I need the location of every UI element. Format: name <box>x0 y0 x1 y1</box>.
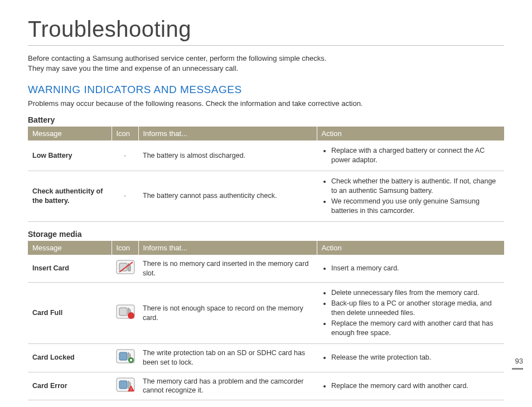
cell-action: Insert a memory card. <box>317 255 504 283</box>
cell-action: Release the write protection tab. <box>317 343 504 372</box>
cell-icon: - <box>112 171 138 222</box>
cell-message: Card Full <box>28 283 112 343</box>
cell-informs: The battery is almost discharged. <box>138 140 317 171</box>
battery-subheading: Battery <box>28 115 504 124</box>
cell-informs: There is not enough space to record on t… <box>138 283 317 343</box>
action-item: Replace with a charged battery or connec… <box>331 146 500 165</box>
col-action: Action <box>317 127 504 140</box>
card-locked-icon <box>116 349 135 366</box>
action-item: Release the write protection tab. <box>331 353 500 362</box>
card-error-icon: ! <box>116 377 135 395</box>
action-item: Replace the memory card with another car… <box>331 319 500 338</box>
page-title: Troubleshooting <box>28 17 504 42</box>
intro-line-1: Before contacting a Samsung authorised s… <box>28 54 326 62</box>
section-heading: WARNING INDICATORS AND MESSAGES <box>28 84 504 96</box>
action-item: Insert a memory card. <box>331 264 500 273</box>
col-informs: Informs that... <box>138 127 317 140</box>
card-full-icon <box>116 304 135 322</box>
svg-text:!: ! <box>130 387 132 392</box>
action-item: Back-up files to a PC or another storage… <box>331 299 500 318</box>
cell-action: Check whether the battery is authentic. … <box>317 171 504 222</box>
cell-message: Check authenticity of the battery. <box>28 171 112 222</box>
storage-table: Message Icon Informs that... Action Inse… <box>28 241 504 401</box>
svg-rect-12 <box>130 359 132 361</box>
cell-icon <box>112 255 138 283</box>
cell-message: Insert Card <box>28 255 112 283</box>
col-informs: Informs that... <box>138 241 317 255</box>
table-header-row: Message Icon Informs that... Action <box>28 127 504 140</box>
cell-icon <box>112 283 138 343</box>
table-row: Low Battery - The battery is almost disc… <box>28 140 504 171</box>
cell-action: Delete unnecessary files from the memory… <box>317 283 504 343</box>
table-header-row: Message Icon Informs that... Action <box>28 241 504 255</box>
cell-message: Card Error <box>28 372 112 400</box>
table-row: Insert Card There is no memory card inse… <box>28 255 504 283</box>
svg-rect-9 <box>119 352 127 360</box>
card-insert-icon <box>116 260 135 277</box>
svg-point-7 <box>128 312 134 319</box>
cell-action: Replace the memory card with another car… <box>317 372 504 400</box>
battery-table: Message Icon Informs that... Action Low … <box>28 127 504 221</box>
col-message: Message <box>28 241 112 255</box>
cell-message: Low Battery <box>28 140 112 171</box>
cell-action: Replace with a charged battery or connec… <box>317 140 504 171</box>
title-rule <box>28 45 504 46</box>
cell-icon <box>112 343 138 372</box>
svg-rect-5 <box>119 308 127 316</box>
cell-informs: The memory card has a problem and the ca… <box>138 372 317 400</box>
col-action: Action <box>317 241 504 255</box>
page-number: 93 <box>515 357 523 365</box>
intro-line-2: They may save you the time and expense o… <box>28 64 238 72</box>
col-message: Message <box>28 127 112 140</box>
section-lead: Problems may occur because of the follow… <box>28 99 504 108</box>
action-item: Check whether the battery is authentic. … <box>331 177 500 196</box>
intro-text: Before contacting a Samsung authorised s… <box>28 54 504 74</box>
action-item: Delete unnecessary files from the memory… <box>331 288 500 298</box>
col-icon: Icon <box>112 241 138 255</box>
cell-informs: There is no memory card inserted in the … <box>138 255 317 283</box>
table-row: Card Full There is not enough space to r… <box>28 283 504 343</box>
cell-informs: The battery cannot pass authenticity che… <box>138 171 317 222</box>
col-icon: Icon <box>112 127 138 140</box>
svg-rect-14 <box>119 381 127 389</box>
cell-informs: The write protection tab on an SD or SDH… <box>138 343 317 372</box>
cell-message: Card Locked <box>28 343 112 372</box>
cell-icon: - <box>112 140 138 171</box>
action-item: We recommend you use only genuine Samsun… <box>331 197 500 216</box>
table-row: Card Error ! The memory card has a probl… <box>28 372 504 400</box>
action-item: Replace the memory card with another car… <box>331 381 500 391</box>
page-mark <box>512 368 523 370</box>
storage-subheading: Storage media <box>28 230 504 239</box>
cell-icon: ! <box>112 372 138 400</box>
table-row: Card Locked The write protection tab on … <box>28 343 504 372</box>
table-row: Check authenticity of the battery. - The… <box>28 171 504 222</box>
